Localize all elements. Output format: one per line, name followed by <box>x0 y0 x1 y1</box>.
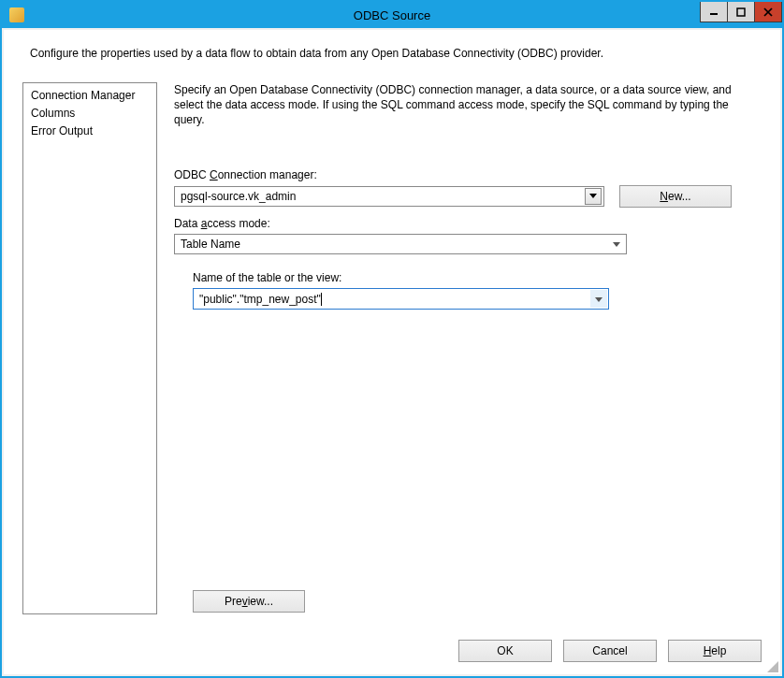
dialog-footer: OK Cancel Help <box>4 628 780 674</box>
sidebar-item-connection-manager[interactable]: Connection Manager <box>23 87 156 105</box>
maximize-button[interactable] <box>727 2 755 22</box>
dialog-inner: Configure the properties used by a data … <box>4 30 780 674</box>
table-name-select[interactable]: "public"."tmp_new_post" <box>193 288 609 310</box>
ok-button[interactable]: OK <box>458 640 552 662</box>
preview-button[interactable]: Preview... <box>193 590 305 613</box>
minimize-icon <box>709 7 719 17</box>
connection-manager-combo[interactable]: pgsql-source.vk_admin <box>174 186 604 207</box>
close-icon <box>763 7 773 17</box>
window-buttons <box>701 2 782 22</box>
new-button[interactable]: New... <box>619 185 732 208</box>
data-access-mode-select[interactable]: Table Name <box>174 234 627 254</box>
maximize-icon <box>736 7 746 17</box>
chevron-down-icon <box>595 297 603 302</box>
dialog-body: Configure the properties used by a data … <box>2 28 782 676</box>
close-button[interactable] <box>754 2 782 22</box>
content-panel: Specify an Open Database Connectivity (O… <box>157 82 762 614</box>
data-access-mode-value: Table Name <box>181 238 240 251</box>
connection-manager-value: pgsql-source.vk_admin <box>181 190 296 203</box>
svg-rect-1 <box>737 8 745 16</box>
dialog-description: Configure the properties used by a data … <box>4 30 780 82</box>
connection-manager-label: ODBC Connection manager: <box>174 168 762 181</box>
data-access-mode-label: Data access mode: <box>174 217 762 230</box>
dialog-window: ODBC Source Configure the properties use… <box>1 1 783 677</box>
help-button[interactable]: Help <box>668 640 762 662</box>
chevron-down-icon[interactable] <box>585 188 602 205</box>
minimize-button[interactable] <box>700 2 728 22</box>
main-pane: Connection Manager Columns Error Output … <box>4 82 780 628</box>
titlebar[interactable]: ODBC Source <box>2 2 782 28</box>
text-cursor <box>321 293 322 306</box>
cancel-button[interactable]: Cancel <box>563 640 657 662</box>
resize-grip[interactable] <box>765 659 778 672</box>
panel-instruction: Specify an Open Database Connectivity (O… <box>174 82 762 127</box>
nav-sidebar: Connection Manager Columns Error Output <box>22 82 157 614</box>
table-name-label: Name of the table or the view: <box>193 271 609 284</box>
sidebar-item-error-output[interactable]: Error Output <box>23 123 156 140</box>
app-icon <box>9 7 24 22</box>
table-name-block: Name of the table or the view: "public".… <box>193 264 609 310</box>
window-title: ODBC Source <box>2 8 782 22</box>
sidebar-item-columns[interactable]: Columns <box>23 105 156 123</box>
preview-row: Preview... <box>174 590 762 614</box>
svg-marker-4 <box>589 194 597 198</box>
table-name-value: "public"."tmp_new_post" <box>199 293 321 306</box>
